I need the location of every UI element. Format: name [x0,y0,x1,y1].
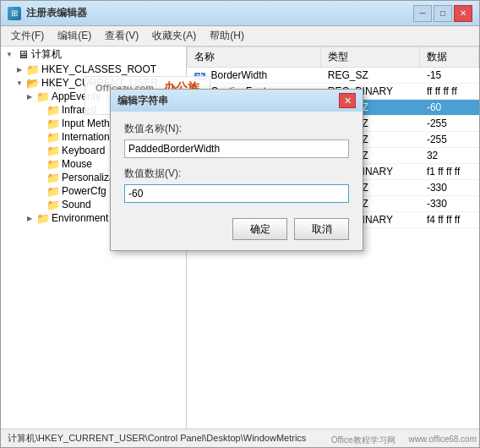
cell-data: f1 ff ff ff [420,164,479,180]
tree-arrow-current-user: ▼ [14,78,25,88]
cell-data: -60 [420,100,479,116]
cell-data: -330 [420,180,479,196]
dialog-title: 编辑字符串 [117,94,168,108]
folder-icon-powercfg: 📁 [46,185,60,197]
col-type-header: 类型 [321,47,420,68]
cell-data: -330 [420,196,479,212]
cell-name: ab BorderWidth [188,68,321,84]
tree-arrow-powercfg [35,186,45,196]
folder-icon-sound: 📁 [46,199,60,210]
tree-item-classes-root[interactable]: ▶ 📁 HKEY_CLASSES_ROOT [1,63,186,76]
bottom-watermark: Office教程学习网 www.office68.com [331,434,477,446]
edit-dialog: 编辑字符串 ✕ 数值名称(N): 数值数据(V): 确定 取消 [110,89,363,251]
menu-edit[interactable]: 编辑(E) [51,27,98,45]
menu-help[interactable]: 帮助(H) [203,27,251,45]
cell-data: -255 [420,132,479,148]
col-data-header: 数据 [420,47,479,68]
app-icon: ⊞ [8,7,21,20]
title-bar: ⊞ 注册表编辑器 ─ □ ✕ [1,1,479,26]
folder-icon-input-method: 📁 [46,117,60,129]
folder-icon-current-user: 📂 [26,77,40,89]
menu-bar: 文件(F) 编辑(E) 查看(V) 收藏夹(A) 帮助(H) [1,26,479,46]
table-row[interactable]: ab BorderWidth REG_SZ -15 [188,68,479,84]
cell-data: -255 [420,116,479,132]
dialog-body: 数值名称(N): 数值数据(V): 确定 取消 [111,112,363,250]
folder-icon-appevents: 📁 [36,90,50,102]
tree-item-computer[interactable]: ▼ 🖥 计算机 [1,46,186,63]
tree-item-current-user[interactable]: ▼ 📂 HKEY_CURRENT_USER [1,76,186,90]
tree-arrow-infrared [35,105,45,115]
menu-file[interactable]: 文件(F) [4,27,51,45]
folder-icon-keyboard: 📁 [46,145,60,156]
tree-arrow-sound [35,199,45,210]
tree-label-current-user: HKEY_CURRENT_USER [41,77,158,89]
bottom-watermark-left: Office教程学习网 [331,434,395,446]
tree-arrow-mouse [35,159,45,169]
tree-label-appevents: AppEvents [52,90,101,102]
tree-label-environment: Environment [52,212,108,224]
title-controls: ─ □ ✕ [413,5,472,22]
folder-icon-personalization: 📁 [46,172,60,183]
data-input[interactable] [124,184,349,203]
computer-icon: 🖥 [16,49,30,61]
name-label: 数值名称(N): [124,122,349,136]
tree-label-classes-root: HKEY_CLASSES_ROOT [41,63,156,75]
tree-label-sound: Sound [62,199,91,210]
tree-arrow-keyboard [35,145,45,156]
tree-label-computer: 计算机 [31,47,62,62]
data-label: 数值数据(V): [124,167,349,181]
folder-icon-mouse: 📁 [46,158,60,170]
status-text: 计算机\HKEY_CURRENT_USER\Control Panel\Desk… [8,432,306,445]
name-input[interactable] [124,139,349,158]
bottom-watermark-right: www.office68.com [409,434,477,446]
folder-icon-infrared: 📁 [46,104,60,116]
tree-arrow-input-method [35,118,45,128]
confirm-button[interactable]: 确定 [232,218,287,240]
dialog-buttons: 确定 取消 [124,218,349,240]
menu-view[interactable]: 查看(V) [98,27,145,45]
folder-icon-environment: 📁 [36,212,50,224]
window-title: 注册表编辑器 [26,6,87,20]
cancel-button[interactable]: 取消 [294,218,349,240]
folder-icon-classes-root: 📁 [26,63,40,75]
folder-icon-international: 📁 [46,131,60,143]
tree-arrow-environment: ▶ [25,213,35,223]
tree-arrow-personalization [35,172,45,183]
dialog-title-bar: 编辑字符串 ✕ [111,90,363,112]
dialog-close-button[interactable]: ✕ [339,93,356,108]
ab-icon: ab [194,73,206,80]
tree-label-mouse: Mouse [62,158,92,170]
tree-arrow-appevents: ▶ [25,91,35,101]
tree-label-keyboard: Keyboard [62,145,105,156]
cell-data: -15 [420,68,479,84]
cell-data: f4 ff ff ff [420,212,479,228]
minimize-button[interactable]: ─ [413,5,432,22]
cell-data: ff ff ff ff [420,84,479,100]
maximize-button[interactable]: □ [434,5,452,22]
col-name-header: 名称 [188,47,321,68]
close-button[interactable]: ✕ [454,5,472,22]
tree-label-powercfg: PowerCfg [62,185,106,197]
cell-type: REG_SZ [321,68,420,84]
tree-arrow-international [35,132,45,142]
menu-favorites[interactable]: 收藏夹(A) [145,27,203,45]
tree-label-infrared: Infrared [62,104,96,116]
tree-arrow-computer: ▼ [4,50,14,60]
title-bar-left: ⊞ 注册表编辑器 [8,6,87,20]
tree-arrow-classes-root: ▶ [14,64,25,74]
cell-data: 32 [420,148,479,164]
